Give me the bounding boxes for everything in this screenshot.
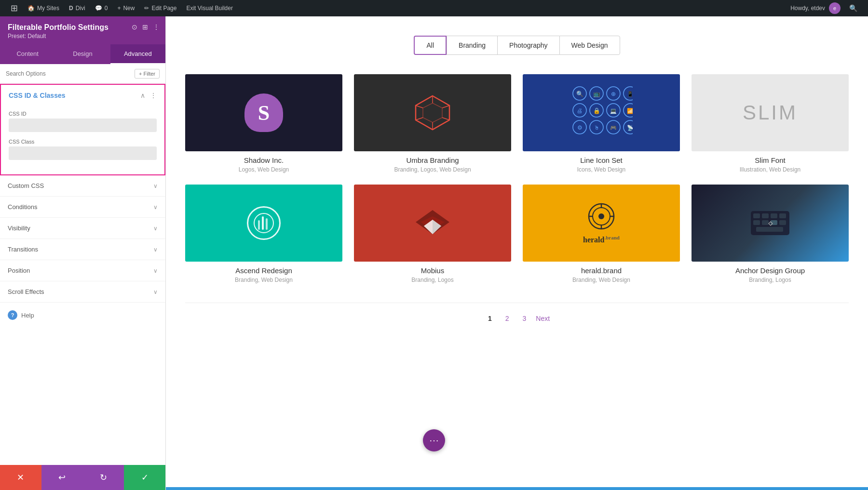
portfolio-item-anchor[interactable]: Anchor Design Group Branding, Logos (692, 185, 849, 283)
svg-text:📺: 📺 (593, 90, 600, 97)
collapse-icon[interactable]: ∧ (140, 92, 145, 99)
svg-text:📡: 📡 (627, 124, 633, 131)
sidebar-content: CSS ID & Classes ∧ ⋮ CSS ID CSS Class Cu… (0, 84, 165, 490)
filter-tab-all[interactable]: All (414, 36, 447, 55)
portfolio-item-mobius[interactable]: Mobius Branding, Logos (354, 185, 511, 283)
scroll-effects-header[interactable]: Scroll Effects ∨ (0, 281, 165, 302)
admin-bar-edit-page[interactable]: ✏ Edit Page (139, 0, 181, 16)
chevron-down-icon: ∨ (153, 204, 158, 211)
css-class-input[interactable] (9, 146, 157, 160)
custom-css-header[interactable]: Custom CSS ∨ (0, 175, 165, 196)
svg-line-7 (416, 106, 423, 108)
help-section[interactable]: ? Help (0, 303, 165, 328)
svg-text:🖱: 🖱 (594, 125, 599, 131)
portfolio-item-line-icon[interactable]: 🔍 📺 ⊕ 📱 🖨 🔒 💻 (523, 74, 680, 173)
chevron-down-icon: ∨ (153, 183, 158, 189)
howdy-text: Howdy, etdev (790, 5, 825, 12)
svg-rect-55 (779, 220, 786, 225)
svg-text:💻: 💻 (610, 107, 617, 114)
conditions-header[interactable]: Conditions ∨ (0, 197, 165, 217)
position-header[interactable]: Position ∨ (0, 260, 165, 281)
css-id-input[interactable] (9, 119, 157, 132)
portfolio-thumb-mobius (354, 185, 511, 262)
svg-text:📱: 📱 (627, 91, 633, 97)
sidebar-search-bar: + Filter (0, 64, 165, 84)
svg-line-4 (442, 118, 449, 120)
admin-bar-new[interactable]: + New (112, 0, 139, 16)
portfolio-item-shadow-inc[interactable]: S Shadow Inc. Logos, Web Design (185, 74, 342, 173)
visibility-section: Visibility ∨ (0, 218, 165, 239)
css-id-classes-section: CSS ID & Classes ∧ ⋮ CSS ID CSS Class (0, 84, 165, 175)
portfolio-thumb-shadow-inc: S (185, 74, 342, 151)
filter-tab-photography[interactable]: Photography (497, 36, 559, 55)
filter-tab-branding[interactable]: Branding (447, 36, 497, 55)
visibility-header[interactable]: Visibility ∨ (0, 218, 165, 238)
undo-button[interactable]: ↩ (41, 465, 83, 490)
float-action-button[interactable]: ⋯ (423, 429, 445, 451)
portfolio-thumb-slim-font: SLIM (692, 74, 849, 151)
admin-bar: ⊞ 🏠 My Sites D Divi 💬 0 + New ✏ Edit Pag… (0, 0, 868, 16)
svg-text:⊕: ⊕ (611, 91, 616, 97)
search-icon[interactable]: 🔍 (844, 4, 862, 12)
section-more-icon[interactable]: ⋮ (150, 92, 157, 99)
portfolio-name-herald: herald.brand (523, 266, 680, 275)
transitions-header[interactable]: Transitions ∨ (0, 239, 165, 260)
tab-advanced[interactable]: Advanced (110, 44, 165, 64)
svg-rect-33 (262, 216, 264, 230)
portfolio-thumb-umbra (354, 74, 511, 151)
portfolio-item-herald[interactable]: herald.brand herald.brand Branding, Web … (523, 185, 680, 283)
user-avatar[interactable]: e (829, 2, 841, 14)
filter-button[interactable]: + Filter (135, 69, 160, 79)
svg-text:⚙: ⚙ (577, 124, 583, 131)
css-id-classes-header[interactable]: CSS ID & Classes ∧ ⋮ (1, 85, 164, 106)
svg-rect-52 (753, 220, 760, 225)
redo-button[interactable]: ↻ (83, 465, 124, 490)
admin-bar-exit-builder[interactable]: Exit Visual Builder (181, 0, 238, 16)
chevron-down-icon: ∨ (153, 225, 158, 232)
edit-icon: ✏ (144, 5, 149, 12)
page-2[interactable]: 2 (502, 313, 513, 324)
portfolio-tags-herald: Branding, Web Design (523, 277, 680, 283)
filter-tab-web-design[interactable]: Web Design (559, 36, 620, 55)
anchor-keyboard-display (692, 185, 849, 262)
save-button[interactable]: ✓ (124, 465, 165, 490)
next-page-link[interactable]: Next (536, 315, 550, 322)
admin-bar-comments[interactable]: 💬 0 (90, 0, 113, 16)
portfolio-name-mobius: Mobius (354, 266, 511, 275)
page-1[interactable]: 1 (484, 313, 496, 324)
portfolio-tags-umbra: Branding, Logos, Web Design (354, 166, 511, 173)
grid-icon[interactable]: ⊞ (142, 23, 148, 31)
portfolio-name-line-icon: Line Icon Set (523, 156, 680, 164)
portfolio-thumb-anchor (692, 185, 849, 262)
tab-design[interactable]: Design (55, 44, 110, 64)
herald-logo: herald.brand (583, 202, 620, 244)
sidebar: Filterable Portfolio Settings Preset: De… (0, 16, 166, 490)
portfolio-item-umbra[interactable]: Umbra Branding Branding, Logos, Web Desi… (354, 74, 511, 173)
portfolio-tags-ascend: Branding, Web Design (185, 277, 342, 283)
wp-logo-icon[interactable]: ⊞ (6, 3, 23, 13)
tab-content[interactable]: Content (0, 44, 55, 64)
admin-bar-my-sites[interactable]: 🏠 My Sites (23, 0, 64, 16)
settings-icon[interactable]: ⊙ (132, 23, 137, 31)
position-title: Position (8, 267, 153, 274)
conditions-title: Conditions (8, 203, 153, 211)
ascend-logo (247, 206, 281, 240)
more-icon[interactable]: ⋮ (153, 23, 160, 31)
portfolio-name-shadow-inc: Shadow Inc. (185, 156, 342, 164)
portfolio-tags-line-icon: Icons, Web Design (523, 166, 680, 173)
search-input[interactable] (6, 70, 131, 77)
sidebar-header: Filterable Portfolio Settings Preset: De… (0, 16, 165, 44)
sidebar-header-icons: ⊙ ⊞ ⋮ (132, 23, 160, 31)
admin-bar-divi[interactable]: D Divi (64, 0, 90, 16)
svg-text:🖨: 🖨 (577, 107, 583, 114)
portfolio-item-ascend[interactable]: Ascend Redesign Branding, Web Design (185, 185, 342, 283)
portfolio-item-slim-font[interactable]: SLIM Slim Font Illustration, Web Design (692, 74, 849, 173)
portfolio-grid: S Shadow Inc. Logos, Web Design (185, 74, 849, 283)
css-id-classes-body: CSS ID CSS Class (1, 106, 164, 174)
svg-marker-1 (423, 103, 442, 122)
scroll-effects-section: Scroll Effects ∨ (0, 281, 165, 303)
svg-text:🎮: 🎮 (610, 124, 617, 131)
position-section: Position ∨ (0, 260, 165, 281)
close-button[interactable]: ✕ (0, 465, 41, 490)
page-3[interactable]: 3 (519, 313, 530, 324)
